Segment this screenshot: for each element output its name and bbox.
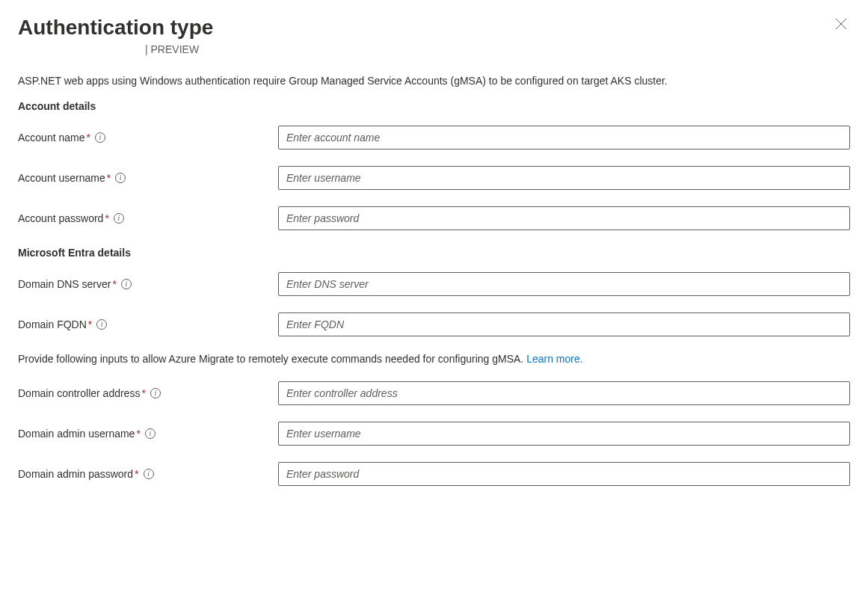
field-label: Account name [18, 132, 85, 144]
required-marker: * [88, 318, 92, 330]
field-row-domain-fqdn: Domain FQDN * i [18, 312, 850, 336]
field-label-wrap: Domain FQDN * i [18, 318, 278, 330]
field-label: Domain FQDN [18, 318, 87, 330]
field-label-wrap: Account username * i [18, 172, 278, 184]
domain-admin-password-input[interactable] [278, 462, 850, 486]
required-marker: * [107, 172, 111, 184]
section-title-entra: Microsoft Entra details [18, 247, 850, 259]
field-row-account-name: Account name * i [18, 126, 850, 150]
field-row-domain-controller: Domain controller address * i [18, 381, 850, 405]
required-marker: * [87, 132, 90, 144]
required-marker: * [136, 428, 140, 440]
close-icon [835, 18, 847, 30]
preview-separator: | [145, 43, 148, 55]
required-marker: * [141, 387, 145, 399]
info-icon[interactable]: i [150, 388, 161, 398]
field-label-wrap: Domain admin username * i [18, 428, 278, 440]
field-label: Domain admin username [18, 428, 135, 440]
info-icon[interactable]: i [144, 469, 154, 479]
info-icon[interactable]: i [95, 132, 105, 143]
field-label: Domain DNS server [18, 278, 111, 290]
field-label-wrap: Account password * i [18, 212, 278, 224]
info-icon[interactable]: i [96, 319, 107, 330]
close-button[interactable] [832, 15, 850, 35]
field-row-account-username: Account username * i [18, 166, 850, 190]
field-label-wrap: Account name * i [18, 132, 278, 144]
section-title-account: Account details [18, 100, 850, 112]
field-label-wrap: Domain admin password * i [18, 468, 278, 480]
info-icon[interactable]: i [114, 213, 124, 224]
header-text-block: Authentication type | PREVIEW [18, 15, 213, 55]
domain-dns-input[interactable] [278, 272, 850, 296]
field-label-wrap: Domain controller address * i [18, 387, 278, 399]
helper-text-content: Provide following inputs to allow Azure … [18, 353, 526, 365]
required-marker: * [135, 468, 138, 480]
field-row-domain-admin-username: Domain admin username * i [18, 422, 850, 446]
field-row-domain-admin-password: Domain admin password * i [18, 462, 850, 486]
field-row-domain-dns: Domain DNS server * i [18, 272, 850, 296]
info-icon[interactable]: i [115, 173, 126, 183]
page-title: Authentication type [18, 15, 213, 40]
field-row-account-password: Account password * i [18, 206, 850, 230]
field-label: Domain admin password [18, 468, 133, 480]
panel-header: Authentication type | PREVIEW [18, 15, 850, 55]
learn-more-link[interactable]: Learn more. [526, 353, 582, 365]
account-name-input[interactable] [278, 126, 850, 150]
preview-label: PREVIEW [151, 43, 200, 55]
field-label: Domain controller address [18, 387, 140, 399]
preview-badge: | PREVIEW [18, 43, 213, 55]
helper-text: Provide following inputs to allow Azure … [18, 353, 850, 365]
info-icon[interactable]: i [145, 428, 156, 439]
info-icon[interactable]: i [121, 279, 132, 289]
panel-description: ASP.NET web apps using Windows authentic… [18, 75, 850, 87]
required-marker: * [105, 212, 108, 224]
account-username-input[interactable] [278, 166, 850, 190]
field-label: Account password [18, 212, 103, 224]
domain-controller-input[interactable] [278, 381, 850, 405]
field-label: Account username [18, 172, 105, 184]
domain-fqdn-input[interactable] [278, 312, 850, 336]
domain-admin-username-input[interactable] [278, 422, 850, 446]
required-marker: * [112, 278, 116, 290]
account-password-input[interactable] [278, 206, 850, 230]
field-label-wrap: Domain DNS server * i [18, 278, 278, 290]
